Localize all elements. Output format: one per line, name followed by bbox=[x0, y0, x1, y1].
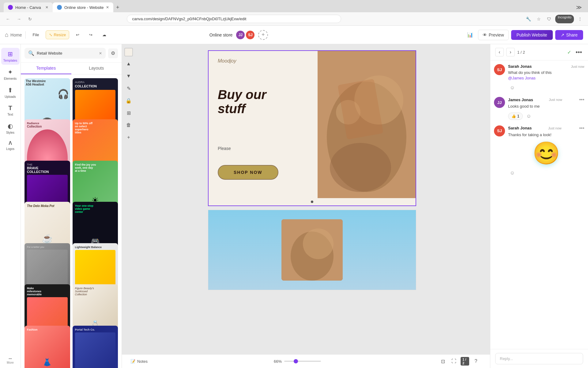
undo-button[interactable]: ↩ bbox=[73, 31, 82, 39]
comment-thread-3: SJ Sarah Jonas Just now ••• Thanks for t… bbox=[494, 125, 584, 177]
file-label: File bbox=[32, 33, 39, 37]
canvas-scroll[interactable]: Moodjoy Buy ourstuff bbox=[122, 44, 490, 354]
bookmark-icon[interactable]: ☆ bbox=[534, 15, 543, 23]
canvas-add-tool[interactable]: + bbox=[124, 132, 134, 142]
add-collaborator-button[interactable]: + bbox=[258, 30, 268, 40]
sidebar-item-styles[interactable]: ◐ Styles bbox=[1, 120, 20, 137]
sidebar-styles-label: Styles bbox=[6, 131, 14, 134]
comment-menu-3[interactable]: ••• bbox=[579, 125, 584, 131]
tab-store-close[interactable]: ✕ bbox=[106, 5, 109, 10]
forward-button[interactable]: → bbox=[15, 15, 23, 23]
sidebar-uploads-label: Uploads bbox=[5, 95, 16, 98]
avatar-sarah-2: SJ bbox=[494, 125, 505, 136]
search-icon: 🔍 bbox=[28, 50, 34, 56]
comment-menu-2[interactable]: ••• bbox=[579, 97, 584, 102]
canvas-notes-tool[interactable]: ✎ bbox=[124, 83, 134, 93]
comment-author-1: Sarah Jonas bbox=[508, 64, 532, 69]
add-reaction-1[interactable]: ☺ bbox=[508, 83, 517, 92]
zoom-slider[interactable] bbox=[284, 361, 321, 362]
comment-header-2: James Jonas Just now ••• bbox=[508, 97, 584, 102]
elements-icon: ✦ bbox=[8, 68, 13, 76]
tab-home-close[interactable]: ✕ bbox=[45, 5, 48, 10]
back-button[interactable]: ← bbox=[4, 15, 12, 23]
menu-icon[interactable]: ⋮ bbox=[576, 15, 584, 23]
color-swatch[interactable] bbox=[124, 48, 133, 56]
add-reaction-3[interactable]: ☺ bbox=[508, 169, 517, 177]
address-bar: ← → ↻ 🔧 ☆ 🛡 Incognito ⋮ bbox=[0, 12, 588, 26]
sidebar-item-templates[interactable]: ⊞ Templates bbox=[1, 48, 20, 65]
preview-button[interactable]: 👁 Preview bbox=[478, 30, 509, 40]
tab-home[interactable]: Home - Canva ✕ bbox=[4, 2, 53, 12]
filter-button[interactable]: ⚙ bbox=[108, 48, 118, 58]
toolbar-divider-1 bbox=[25, 31, 26, 39]
publish-button[interactable]: Publish Website bbox=[511, 30, 553, 40]
comment-mention[interactable]: @James Jonas bbox=[508, 76, 536, 80]
avatar-sj[interactable]: SJ bbox=[245, 30, 255, 40]
fit-page-button[interactable]: ⊡ bbox=[439, 357, 447, 366]
template-card[interactable]: Fashion 👗 bbox=[24, 326, 70, 368]
canvas-toolbar-left: ▲ ▼ ✎ 🔒 ⊞ 🗑 + bbox=[122, 44, 135, 368]
comment-more-button[interactable]: ••• bbox=[575, 48, 583, 56]
main-content: ⊞ Templates ✦ Elements ⬆ Uploads T Text … bbox=[0, 44, 588, 368]
styles-icon: ◐ bbox=[8, 122, 13, 130]
address-input[interactable] bbox=[127, 15, 341, 23]
comment-author-3: Sarah Jonas bbox=[508, 126, 532, 130]
publish-label: Publish Website bbox=[517, 33, 547, 37]
extension-icon[interactable]: 🔧 bbox=[524, 15, 533, 23]
share-button[interactable]: ↗ Share bbox=[555, 30, 583, 40]
avatar-jj[interactable]: JJ bbox=[236, 30, 245, 40]
sidebar-more-button[interactable]: ••• More bbox=[7, 357, 14, 364]
comment-check-button[interactable]: ✓ bbox=[565, 48, 573, 56]
template-card[interactable]: Portal Tech Co. bbox=[73, 326, 118, 368]
sidebar-item-logos[interactable]: Λ Logos bbox=[1, 138, 20, 153]
comments-next-button[interactable]: › bbox=[506, 48, 515, 56]
fullscreen-button[interactable]: ⛶ bbox=[450, 357, 458, 366]
resize-button[interactable]: ⤡ Resize bbox=[46, 30, 69, 39]
comments-prev-button[interactable]: ‹ bbox=[495, 48, 504, 56]
analytics-button[interactable]: 📊 bbox=[465, 29, 476, 40]
tab-templates[interactable]: Templates bbox=[21, 63, 71, 74]
save-cloud-button[interactable]: ☁ bbox=[99, 31, 109, 39]
nav-dot-1[interactable] bbox=[311, 201, 313, 203]
panel-tabs: Templates Layouts bbox=[21, 63, 122, 75]
home-button[interactable]: ⌂ Home bbox=[5, 31, 22, 38]
comment-time-2: Just now bbox=[549, 98, 562, 102]
app-toolbar: ⌂ Home File ⤡ Resize ↩ ↪ ☁ Online store … bbox=[0, 26, 588, 44]
reload-button[interactable]: ↻ bbox=[26, 15, 34, 23]
redo-button[interactable]: ↪ bbox=[86, 31, 96, 39]
canvas-down-tool[interactable]: ▼ bbox=[124, 71, 134, 81]
comment-item-3: SJ Sarah Jonas Just now ••• Thanks for t… bbox=[494, 125, 584, 177]
canvas-trash-tool[interactable]: 🗑 bbox=[124, 120, 134, 130]
comment-text-2: Looks good to me bbox=[508, 104, 584, 109]
extension2-icon[interactable]: 🛡 bbox=[545, 15, 553, 23]
sidebar-templates-label: Templates bbox=[3, 59, 17, 62]
notes-label: Notes bbox=[137, 359, 148, 364]
undo-icon: ↩ bbox=[76, 33, 79, 37]
thumbsup-reaction[interactable]: 👍 1 bbox=[508, 113, 523, 120]
comment-header-3: Sarah Jonas Just now ••• bbox=[508, 125, 584, 131]
search-input[interactable] bbox=[37, 51, 96, 56]
sidebar-item-elements[interactable]: ✦ Elements bbox=[1, 66, 20, 83]
canvas-shop-button[interactable]: SHOP NOW bbox=[218, 165, 278, 180]
file-button[interactable]: File bbox=[29, 31, 42, 39]
browser-actions: 🔧 ☆ 🛡 Incognito ⋮ bbox=[524, 15, 584, 23]
sidebar-item-text[interactable]: T Text bbox=[1, 102, 20, 119]
browser-chrome: Home - Canva ✕ Online store - Website ✕ … bbox=[0, 0, 588, 26]
comment-reactions-1: ☺ bbox=[508, 83, 584, 92]
add-reaction-2[interactable]: ☺ bbox=[525, 112, 533, 121]
comments-page-indicator: 1 / 2 bbox=[517, 50, 525, 55]
reply-input[interactable] bbox=[495, 353, 583, 364]
sidebar-item-uploads[interactable]: ⬆ Uploads bbox=[1, 84, 20, 101]
svg-point-3 bbox=[330, 143, 391, 192]
tab-store[interactable]: Online store - Website ✕ bbox=[53, 2, 113, 12]
canvas-lock-tool[interactable]: 🔒 bbox=[124, 96, 134, 105]
canvas-up-tool[interactable]: ▲ bbox=[124, 59, 134, 69]
tab-layouts[interactable]: Layouts bbox=[71, 63, 122, 74]
canvas-grid-tool[interactable]: ⊞ bbox=[124, 108, 134, 118]
tab-overflow-button[interactable]: ≫ bbox=[574, 4, 584, 11]
canvas-bottom-bar: 📝 Notes 66% ⊡ ⛶ 1 / 2 ? bbox=[122, 354, 490, 368]
help-button[interactable]: ? bbox=[472, 357, 480, 366]
new-tab-button[interactable]: + bbox=[113, 3, 122, 12]
logos-icon: Λ bbox=[9, 140, 12, 146]
search-clear-button[interactable]: ✕ bbox=[99, 51, 102, 56]
